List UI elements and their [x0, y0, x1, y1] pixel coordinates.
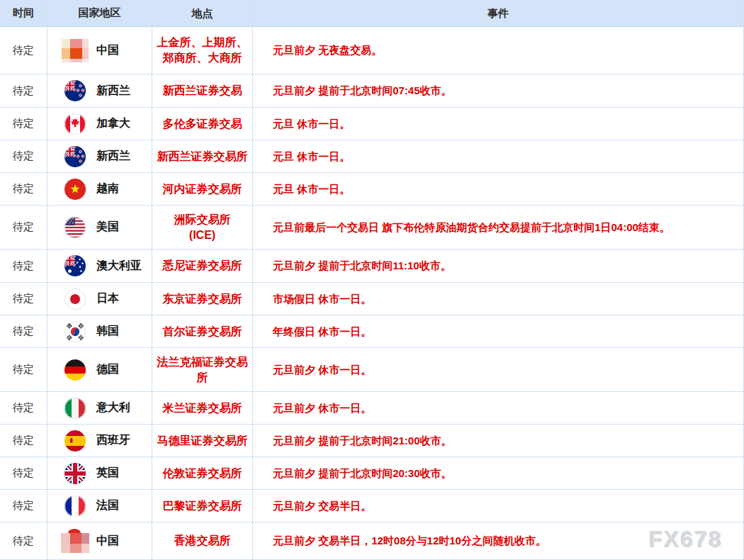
country-name: 中国	[96, 534, 119, 549]
table-row: 待定 日本 东京证券交易所 市场假日 休市一日。	[0, 283, 744, 315]
event-cell: 市场假日 休市一日。	[253, 283, 744, 315]
table-row: 待定 西班牙 马德里证券交易所 元旦前夕 提前于北京时间21:00收市。	[0, 425, 744, 457]
flag-germany-icon	[61, 359, 89, 381]
flag-china-censored-icon	[61, 39, 89, 62]
fx678-watermark: FX678	[649, 527, 723, 553]
time-cell: 待定	[0, 425, 47, 457]
flag-usa-icon	[61, 217, 89, 238]
location-cell: 米兰证券交易所	[152, 392, 253, 424]
time-cell: 待定	[0, 140, 47, 172]
location-cell: 香港交易所	[152, 522, 253, 559]
time-cell: 待定	[0, 206, 47, 249]
table-row: 待定 意大利 米兰证券交易所 元旦前夕 休市一日。	[0, 392, 744, 425]
header-country: 国家地区	[47, 0, 152, 26]
time-cell: 待定	[0, 392, 47, 424]
country-cell: 德国	[47, 348, 152, 391]
flag-new-zealand-icon	[61, 80, 89, 101]
flag-canada-icon	[61, 113, 89, 135]
table-row: 待定 中国 上金所、上期所、郑商所、大商所 元旦前夕 无夜盘交易。	[0, 27, 744, 74]
table-row: 待定 加拿大 多伦多证券交易 元旦 休市一日。	[0, 108, 744, 140]
time-cell: 待定	[0, 283, 47, 315]
event-cell: 元旦 休市一日。	[253, 108, 744, 140]
location-cell: 悉尼证券交易所	[152, 250, 253, 282]
country-cell: 中国	[47, 27, 152, 74]
country-cell: 西班牙	[47, 425, 152, 457]
country-name: 韩国	[96, 324, 119, 339]
country-name: 意大利	[96, 401, 130, 415]
table-row: 待定 英国 伦敦证券交易所 元旦前夕 提前于北京时间20:30收市。	[0, 457, 744, 490]
event-cell: 元旦前最后一个交易日 旗下布伦特原油期货合约交易提前于北京时间1日04:00结束…	[253, 206, 744, 249]
location-cell: 洲际交易所 (ICE)	[152, 206, 253, 249]
country-cell: 意大利	[47, 392, 152, 424]
time-cell: 待定	[0, 490, 47, 522]
country-cell: 日本	[47, 283, 152, 315]
table-row: 待定 中国 香港交易所 元旦前夕 交易半日，12时08分与12时10分之间随机收…	[0, 522, 744, 560]
table-row: 待定 新西兰 新西兰证券交易 元旦前夕 提前于北京时间07:45收市。	[0, 74, 744, 108]
country-cell: 加拿大	[47, 108, 152, 140]
event-cell: 元旦前夕 休市一日。	[253, 348, 744, 391]
flag-new-zealand-icon	[61, 146, 89, 167]
flag-france-icon	[61, 495, 89, 517]
country-cell: 越南	[47, 173, 152, 205]
country-name: 西班牙	[96, 433, 130, 448]
location-cell: 河内证券交易所	[152, 173, 253, 205]
table-row: 待定 澳大利亚 悉尼证券交易所 元旦前夕 提前于北京时间11:10收市。	[0, 250, 744, 283]
location-cell: 伦敦证券交易所	[152, 457, 253, 489]
time-cell: 待定	[0, 315, 47, 347]
time-cell: 待定	[0, 108, 47, 140]
event-cell: 元旦 休市一日。	[253, 173, 744, 205]
country-name: 美国	[96, 220, 119, 235]
location-cell: 马德里证券交易所	[152, 425, 253, 457]
table-row: 待定 新西兰 新西兰证券交易所 元旦 休市一日。	[0, 140, 744, 173]
event-cell: 元旦前夕 提前于北京时间21:00收市。	[253, 425, 744, 457]
time-cell: 待定	[0, 173, 47, 205]
location-cell: 东京证券交易所	[152, 283, 253, 315]
location-cell: 法兰克福证券交易所	[152, 348, 253, 391]
country-cell: 中国	[47, 522, 152, 559]
flag-uk-icon	[61, 463, 89, 484]
table-row: 待定 美国 洲际交易所 (ICE) 元旦前最后一个交易日 旗下布伦特原油期货合约…	[0, 206, 744, 250]
location-cell: 多伦多证券交易	[152, 108, 253, 140]
country-cell: 韩国	[47, 315, 152, 347]
country-cell: 澳大利亚	[47, 250, 152, 282]
country-cell: 英国	[47, 457, 152, 489]
time-cell: 待定	[0, 457, 47, 489]
table-row: 待定 韩国 首尔证券交易所 年终假日 休市一日。	[0, 315, 744, 348]
table-row: 待定 越南 河内证券交易所 元旦 休市一日。	[0, 173, 744, 206]
location-cell: 新西兰证券交易	[152, 74, 253, 107]
country-name: 法国	[96, 498, 119, 513]
time-cell: 待定	[0, 250, 47, 282]
country-cell: 新西兰	[47, 140, 152, 172]
event-cell: 元旦前夕 提前于北京时间11:10收市。	[253, 250, 744, 282]
market-holiday-calendar: 时间 国家地区 地点 事件 待定 中国 上金所、上期所、郑商所、大商所 元旦前夕…	[0, 0, 744, 560]
country-name: 新西兰	[96, 149, 130, 164]
location-cell: 巴黎证券交易所	[152, 490, 253, 522]
table-row: 待定 法国 巴黎证券交易所 元旦前夕 交易半日。	[0, 490, 744, 522]
event-cell: 元旦前夕 休市一日。	[253, 392, 744, 424]
country-name: 德国	[96, 362, 119, 377]
time-cell: 待定	[0, 522, 47, 559]
time-cell: 待定	[0, 27, 47, 74]
country-name: 新西兰	[96, 84, 130, 99]
table-header-row: 时间 国家地区 地点 事件	[0, 0, 744, 27]
country-cell: 新西兰	[47, 74, 152, 107]
location-cell: 新西兰证券交易所	[152, 140, 253, 172]
location-cell: 上金所、上期所、郑商所、大商所	[152, 27, 253, 74]
flag-south-korea-icon	[61, 321, 89, 342]
event-cell: 元旦前夕 提前于北京时间07:45收市。	[253, 74, 744, 107]
country-name: 中国	[96, 43, 119, 58]
flag-china-censored-icon	[61, 530, 89, 553]
flag-japan-icon	[61, 289, 89, 310]
time-cell: 待定	[0, 348, 47, 391]
header-location: 地点	[152, 0, 253, 26]
event-cell: 元旦 休市一日。	[253, 140, 744, 172]
country-name: 英国	[96, 466, 119, 481]
country-name: 越南	[96, 181, 119, 196]
event-cell: 元旦前夕 提前于北京时间20:30收市。	[253, 457, 744, 489]
country-cell: 法国	[47, 490, 152, 522]
country-name: 加拿大	[96, 116, 130, 131]
country-name: 澳大利亚	[96, 259, 142, 274]
header-time: 时间	[0, 0, 47, 26]
event-cell: 元旦前夕 无夜盘交易。	[253, 27, 744, 74]
event-cell: 年终假日 休市一日。	[253, 315, 744, 347]
